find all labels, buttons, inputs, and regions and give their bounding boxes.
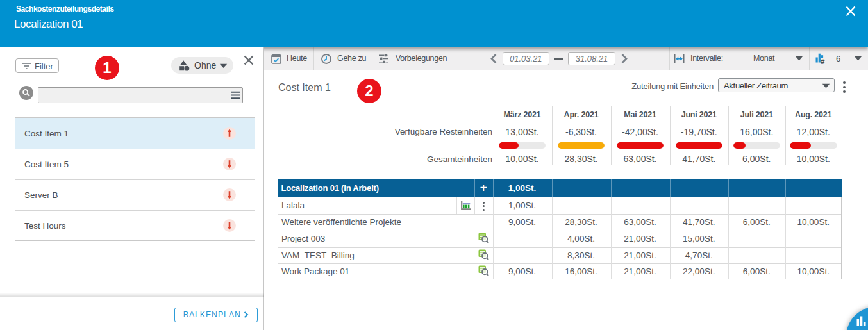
svg-text:#: # <box>821 58 825 65</box>
